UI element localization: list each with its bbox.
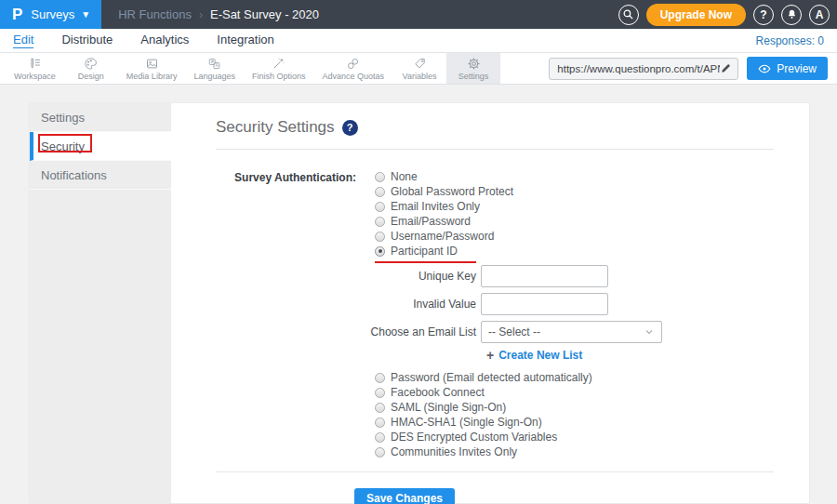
breadcrumb-folder[interactable]: HR Functions bbox=[118, 7, 192, 21]
account-avatar[interactable]: A bbox=[809, 5, 830, 25]
eye-icon bbox=[758, 62, 771, 75]
topbar-actions: Upgrade Now ? A bbox=[618, 4, 837, 26]
toolbar-label: Languages bbox=[193, 72, 235, 81]
toolbar-label: Finish Options bbox=[252, 72, 306, 81]
auth-options: None Global Password Protect Email Invit… bbox=[375, 169, 513, 263]
sidebar-item-notifications[interactable]: Notifications bbox=[30, 161, 171, 190]
tab-analytics[interactable]: Analytics bbox=[140, 33, 189, 48]
sidebar-item-settings[interactable]: Settings bbox=[30, 103, 171, 132]
gear-icon bbox=[467, 57, 481, 71]
questionpro-logo: P bbox=[12, 6, 22, 24]
radio-communities-invites-only[interactable]: Communities Invites Only bbox=[375, 444, 774, 459]
invalid-value-row: Invalid Value bbox=[216, 293, 774, 315]
divider bbox=[216, 471, 774, 472]
image-icon bbox=[145, 57, 159, 71]
radio-participant-id[interactable]: Participant ID bbox=[375, 244, 513, 259]
radio-icon bbox=[375, 217, 385, 227]
toolbar-label: Advance Quotas bbox=[322, 72, 384, 81]
radio-none[interactable]: None bbox=[375, 169, 513, 184]
toolbar-label: Media Library bbox=[126, 72, 178, 81]
help-button[interactable]: ? bbox=[753, 5, 774, 25]
radio-email-password[interactable]: Email/Password bbox=[375, 214, 513, 229]
radio-label: Email Invites Only bbox=[391, 200, 480, 213]
radio-password-email-detected[interactable]: Password (Email detected automatically) bbox=[375, 370, 774, 385]
page-title: Security Settings bbox=[216, 118, 335, 137]
save-changes-button[interactable]: Save Changes bbox=[354, 488, 455, 504]
toolbar-item-workspace[interactable]: Workspace bbox=[6, 53, 64, 84]
radio-label: Password (Email detected automatically) bbox=[391, 371, 592, 384]
responses-count: Responses: 0 bbox=[756, 34, 824, 47]
upgrade-now-button[interactable]: Upgrade Now bbox=[646, 4, 746, 26]
survey-url-input[interactable] bbox=[557, 63, 720, 74]
breadcrumb: HR Functions › E-Sat Survey - 2020 bbox=[118, 7, 319, 21]
product-menu-label: Surveys bbox=[31, 7, 74, 21]
radio-hmac-sha1-sso[interactable]: HMAC-SHA1 (Single Sign-On) bbox=[375, 415, 774, 430]
toolbar-label: Workspace bbox=[14, 72, 56, 81]
breadcrumb-survey-name: E-Sat Survey - 2020 bbox=[210, 7, 319, 21]
magic-wand-icon bbox=[272, 57, 286, 71]
nav-tabs: Edit Distribute Analytics Integration bbox=[13, 33, 274, 48]
radio-selected-icon bbox=[375, 246, 385, 257]
search-button[interactable] bbox=[618, 5, 639, 25]
radio-icon bbox=[375, 388, 385, 398]
tab-edit[interactable]: Edit bbox=[13, 33, 33, 48]
unique-key-input[interactable] bbox=[481, 265, 608, 287]
search-icon bbox=[622, 8, 634, 20]
title-row: Security Settings ? bbox=[216, 118, 774, 137]
annotation-red-underline bbox=[375, 261, 476, 263]
email-list-label: Choose an Email List bbox=[216, 325, 481, 338]
tab-distribute[interactable]: Distribute bbox=[61, 33, 113, 48]
bell-icon bbox=[786, 8, 798, 20]
radio-username-password[interactable]: Username/Password bbox=[375, 229, 513, 244]
security-settings-panel: Security Settings ? Survey Authenticatio… bbox=[171, 103, 809, 503]
survey-nav: Edit Distribute Analytics Integration Re… bbox=[0, 29, 837, 53]
notifications-button[interactable] bbox=[781, 5, 802, 25]
invalid-value-label: Invalid Value bbox=[216, 298, 481, 311]
auth-row: Survey Authentication: None Global Passw… bbox=[216, 169, 774, 263]
tab-integration[interactable]: Integration bbox=[217, 33, 273, 48]
radio-des-encrypted-variables[interactable]: DES Encrypted Custom Variables bbox=[375, 430, 774, 444]
toolbar-item-finish-options[interactable]: Finish Options bbox=[244, 53, 314, 84]
radio-label: Participant ID bbox=[391, 245, 458, 258]
radio-icon bbox=[375, 187, 385, 197]
preview-label: Preview bbox=[777, 62, 817, 75]
radio-icon bbox=[375, 432, 385, 443]
toolbar-right: Preview bbox=[549, 53, 837, 84]
invalid-value-input[interactable] bbox=[481, 293, 608, 315]
radio-email-invites-only[interactable]: Email Invites Only bbox=[375, 199, 513, 214]
topbar: P Surveys ▼ HR Functions › E-Sat Survey … bbox=[0, 0, 837, 29]
toolbar-item-design[interactable]: Design bbox=[64, 53, 118, 84]
preview-button[interactable]: Preview bbox=[747, 57, 828, 80]
tag-icon bbox=[413, 57, 427, 71]
radio-label: HMAC-SHA1 (Single Sign-On) bbox=[391, 416, 542, 429]
email-list-select[interactable]: -- Select -- bbox=[481, 321, 662, 343]
radio-icon bbox=[375, 447, 385, 458]
create-new-list-link[interactable]: + Create New List bbox=[486, 349, 774, 362]
radio-facebook-connect[interactable]: Facebook Connect bbox=[375, 385, 774, 400]
surveys-menu[interactable]: P Surveys ▼ bbox=[0, 0, 101, 29]
edit-pencil-icon[interactable] bbox=[720, 62, 732, 74]
edit-toolbar: Workspace Design Media Library A Languag… bbox=[0, 53, 837, 85]
settings-page: Settings Security Notifications Security… bbox=[0, 103, 837, 504]
svg-text:A: A bbox=[216, 63, 219, 68]
breadcrumb-separator-icon: › bbox=[199, 8, 203, 21]
toolbar-item-settings[interactable]: Settings bbox=[446, 53, 500, 84]
chain-links-icon bbox=[346, 57, 360, 71]
radio-saml-sso[interactable]: SAML (Single Sign-On) bbox=[375, 400, 774, 415]
toolbar-item-variables[interactable]: Variables bbox=[392, 53, 446, 84]
unique-key-label: Unique Key bbox=[216, 270, 481, 283]
radio-icon bbox=[375, 202, 385, 212]
radio-global-password-protect[interactable]: Global Password Protect bbox=[375, 184, 513, 199]
sidebar-item-security[interactable]: Security bbox=[30, 132, 171, 161]
toolbar-item-media-library[interactable]: Media Library bbox=[118, 53, 186, 84]
toolbar-item-languages[interactable]: A Languages bbox=[185, 53, 244, 84]
toolbar-label: Design bbox=[78, 72, 104, 81]
help-circle-icon[interactable]: ? bbox=[342, 120, 358, 136]
auth-options-extra: Password (Email detected automatically) … bbox=[375, 370, 774, 459]
toolbar-item-advance-quotas[interactable]: Advance Quotas bbox=[313, 53, 392, 84]
survey-authentication-label: Survey Authentication: bbox=[216, 169, 356, 263]
toolbar-label: Variables bbox=[403, 72, 437, 81]
radio-icon bbox=[375, 373, 385, 383]
email-list-row: Choose an Email List -- Select -- bbox=[216, 321, 774, 343]
caret-down-icon: ▼ bbox=[81, 9, 90, 20]
